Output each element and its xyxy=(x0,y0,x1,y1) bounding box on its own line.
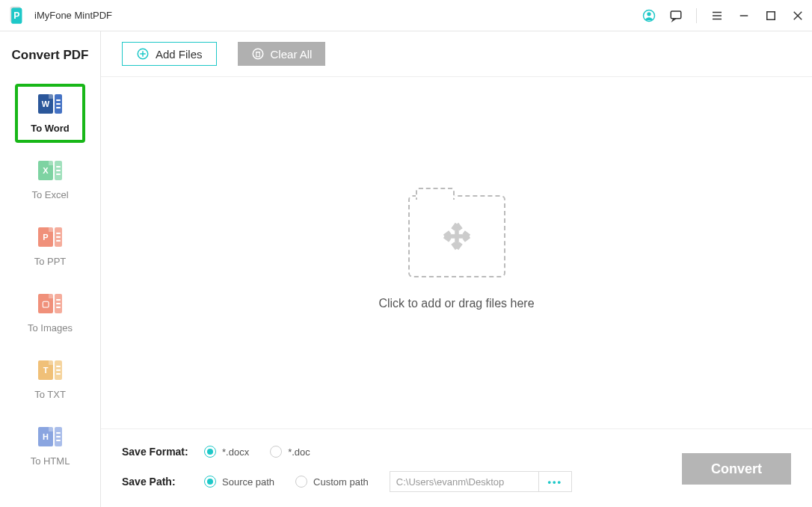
html-icon: H xyxy=(37,427,63,449)
browse-path-button[interactable]: ••• xyxy=(539,471,572,492)
save-format-label: Save Format: xyxy=(122,446,204,458)
word-icon: W xyxy=(37,94,63,117)
bottom-panel: Save Format: *.docx *.doc Save Path: xyxy=(101,428,812,507)
titlebar: P iMyFone MintPDF xyxy=(0,0,812,31)
sidebar-item-label: To Images xyxy=(18,322,82,334)
svg-text:P: P xyxy=(13,10,19,21)
titlebar-divider xyxy=(696,8,697,23)
feedback-icon[interactable] xyxy=(669,9,683,22)
radio-format-docx-label: *.docx xyxy=(222,446,249,458)
sidebar: Convert PDF W To Word X To Excel P To PP… xyxy=(0,31,101,507)
radio-path-source-label: Source path xyxy=(222,476,274,488)
radio-format-doc-label: *.doc xyxy=(288,446,310,458)
txt-icon: T xyxy=(37,360,63,383)
sidebar-title: Convert PDF xyxy=(0,48,100,63)
svg-rect-18 xyxy=(256,52,259,57)
dropzone[interactable]: Click to add or drag files here xyxy=(101,76,812,428)
svg-rect-6 xyxy=(671,11,681,19)
maximize-icon[interactable] xyxy=(764,9,778,22)
radio-format-doc[interactable] xyxy=(270,446,282,458)
convert-button[interactable]: Convert xyxy=(682,453,791,485)
path-input[interactable] xyxy=(390,471,539,492)
sidebar-item-label: To TXT xyxy=(18,389,82,400)
radio-path-source[interactable] xyxy=(204,476,216,488)
svg-point-5 xyxy=(647,12,650,16)
dropzone-text: Click to add or drag files here xyxy=(378,297,534,310)
ppt-icon: P xyxy=(37,227,63,250)
dropzone-folder-icon xyxy=(408,195,505,277)
save-path-label: Save Path: xyxy=(122,476,204,488)
plus-circle-icon xyxy=(136,47,150,61)
sidebar-item-to-txt[interactable]: T To TXT xyxy=(15,350,85,409)
images-icon: ▢ xyxy=(37,294,63,316)
sidebar-item-to-ppt[interactable]: P To PPT xyxy=(15,217,85,276)
add-files-label: Add Files xyxy=(156,48,203,61)
sidebar-item-to-html[interactable]: H To HTML xyxy=(15,417,85,476)
excel-icon: X xyxy=(37,161,63,183)
close-icon[interactable] xyxy=(791,9,805,22)
minimize-icon[interactable] xyxy=(737,9,751,22)
svg-point-17 xyxy=(253,49,263,59)
sidebar-item-to-images[interactable]: ▢ To Images xyxy=(15,283,85,342)
account-icon[interactable] xyxy=(642,9,656,22)
radio-path-custom-label: Custom path xyxy=(313,476,369,488)
toolbar: Add Files Clear All xyxy=(101,31,812,76)
main-panel: Add Files Clear All Click to add or drag… xyxy=(101,31,812,507)
radio-path-custom[interactable] xyxy=(295,476,307,488)
add-files-button[interactable]: Add Files xyxy=(122,42,217,66)
menu-icon[interactable] xyxy=(710,9,724,22)
radio-format-docx[interactable] xyxy=(204,446,216,458)
app-title: iMyFone MintPDF xyxy=(34,10,112,21)
svg-rect-11 xyxy=(767,11,775,19)
sidebar-item-label: To Excel xyxy=(18,189,82,200)
clear-all-label: Clear All xyxy=(271,48,313,61)
sidebar-item-to-word[interactable]: W To Word xyxy=(15,84,85,143)
trash-icon xyxy=(251,47,265,61)
clear-all-button[interactable]: Clear All xyxy=(238,42,326,66)
sidebar-item-label: To Word xyxy=(18,123,82,134)
sidebar-item-label: To HTML xyxy=(18,455,82,467)
sidebar-item-to-excel[interactable]: X To Excel xyxy=(15,150,85,209)
sidebar-item-label: To PPT xyxy=(18,256,82,267)
app-logo-icon: P xyxy=(7,5,28,26)
